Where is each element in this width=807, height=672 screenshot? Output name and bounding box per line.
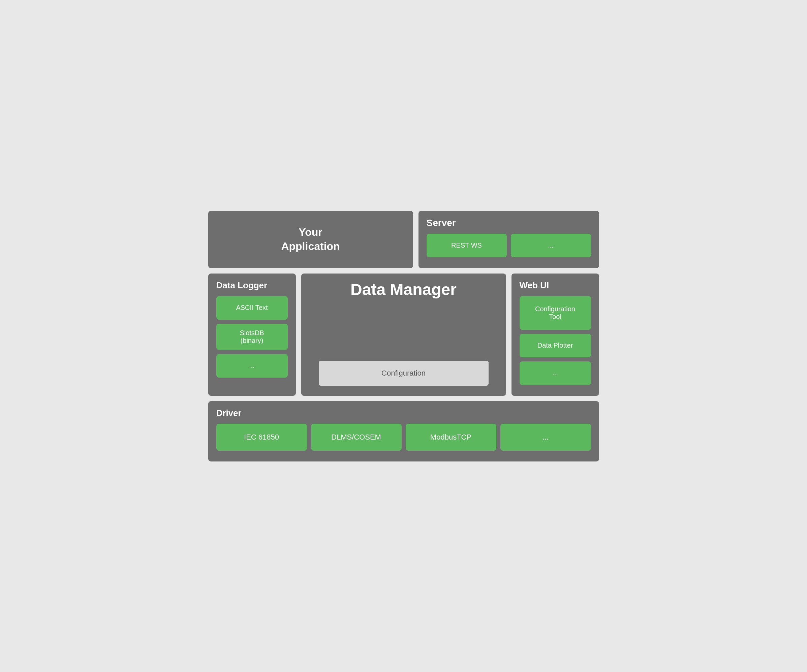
data-manager-box: Data Manager Configuration	[301, 274, 506, 396]
ascii-text-label: ASCII Text	[236, 304, 267, 312]
data-logger-more-button[interactable]: ...	[216, 354, 288, 378]
data-logger-more-label: ...	[249, 362, 255, 370]
data-logger-box: Data Logger ASCII Text SlotsDB (binary) …	[208, 274, 296, 396]
server-header: Server	[427, 217, 591, 228]
iec61850-button[interactable]: IEC 61850	[216, 424, 307, 451]
slotsdb-button[interactable]: SlotsDB (binary)	[216, 324, 288, 350]
driver-items: IEC 61850 DLMS/COSEM ModbusTCP ...	[216, 424, 591, 455]
main-container: Your Application Server REST WS ... Data…	[201, 204, 606, 468]
iec61850-label: IEC 61850	[244, 433, 279, 441]
ascii-text-button[interactable]: ASCII Text	[216, 296, 288, 320]
rest-ws-button[interactable]: REST WS	[427, 234, 507, 257]
web-ui-more-button[interactable]: ...	[520, 362, 591, 385]
configuration-label: Configuration	[382, 369, 425, 377]
driver-more-label: ...	[543, 433, 548, 441]
your-application-title: Your Application	[281, 226, 340, 253]
server-box: Server REST WS ...	[418, 211, 599, 268]
web-ui-more-label: ...	[552, 369, 558, 377]
configuration-panel: Configuration	[319, 361, 488, 386]
server-more-button[interactable]: ...	[511, 234, 591, 257]
modbustcp-button[interactable]: ModbusTCP	[406, 424, 496, 451]
dlms-cosem-label: DLMS/COSEM	[331, 433, 381, 441]
server-items: REST WS ...	[427, 234, 591, 261]
web-ui-box: Web UI Configuration Tool Data Plotter .…	[511, 274, 599, 396]
rest-ws-label: REST WS	[451, 242, 482, 249]
configuration-tool-label: Configuration Tool	[535, 305, 575, 321]
data-logger-header: Data Logger	[216, 280, 288, 291]
middle-row: Data Logger ASCII Text SlotsDB (binary) …	[208, 274, 599, 396]
server-more-label: ...	[548, 242, 554, 249]
driver-box: Driver IEC 61850 DLMS/COSEM ModbusTCP ..…	[208, 401, 599, 461]
driver-header: Driver	[216, 408, 591, 418]
slotsdb-label: SlotsDB (binary)	[239, 329, 264, 345]
dlms-cosem-button[interactable]: DLMS/COSEM	[311, 424, 402, 451]
web-ui-header: Web UI	[520, 280, 591, 291]
data-plotter-button[interactable]: Data Plotter	[520, 334, 591, 357]
modbustcp-label: ModbusTCP	[430, 433, 472, 441]
configuration-tool-button[interactable]: Configuration Tool	[520, 296, 591, 330]
data-plotter-label: Data Plotter	[538, 342, 573, 349]
driver-more-button[interactable]: ...	[500, 424, 591, 451]
your-application-box: Your Application	[208, 211, 413, 268]
top-row: Your Application Server REST WS ...	[208, 211, 599, 268]
data-manager-header: Data Manager	[309, 280, 498, 299]
